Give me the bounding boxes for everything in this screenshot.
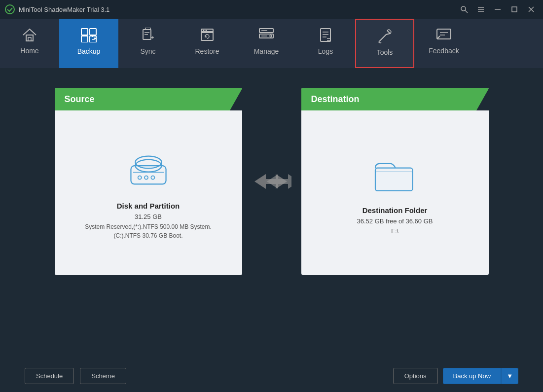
svg-point-27 xyxy=(270,35,272,37)
svg-rect-13 xyxy=(90,29,96,35)
svg-rect-12 xyxy=(81,29,88,35)
bottom-bar: Schedule Scheme Options Back up Now ▼ xyxy=(0,360,543,392)
backup-cards-row: Source xyxy=(25,88,518,275)
minimize-button[interactable] xyxy=(491,3,505,15)
source-icon-area: Disk and Partition 31.25 GB System Reser… xyxy=(55,125,242,260)
restore-icon xyxy=(199,28,215,44)
source-card[interactable]: Source xyxy=(55,88,242,275)
main-content: Source xyxy=(0,68,543,360)
svg-point-41 xyxy=(145,176,148,179)
bottom-right-buttons: Options Back up Now ▼ xyxy=(393,368,518,384)
folder-icon xyxy=(370,155,420,196)
destination-card[interactable]: Destination Destination Folder 36.52 GB … xyxy=(301,88,489,275)
search-button[interactable] xyxy=(457,3,471,15)
nav-item-home[interactable]: Home xyxy=(0,19,59,68)
options-button[interactable]: Options xyxy=(393,368,438,384)
svg-rect-11 xyxy=(28,37,31,41)
backup-now-dropdown[interactable]: ▼ xyxy=(501,368,518,384)
svg-point-21 xyxy=(203,30,205,32)
source-size: 31.25 GB xyxy=(135,213,162,220)
app-title: MiniTool ShadowMaker Trial 3.1 xyxy=(19,6,109,13)
nav-item-backup[interactable]: Backup xyxy=(59,19,118,68)
svg-point-1 xyxy=(461,6,466,11)
bottom-left-buttons: Schedule Scheme xyxy=(25,368,126,384)
title-bar-controls xyxy=(457,3,538,15)
svg-point-38 xyxy=(135,156,161,169)
source-title: Disk and Partition xyxy=(117,202,180,210)
destination-path: E:\ xyxy=(391,227,398,236)
destination-header: Destination xyxy=(301,88,489,110)
title-bar-left: MiniTool ShadowMaker Trial 3.1 xyxy=(5,4,109,14)
nav-label-logs: Logs xyxy=(318,47,333,55)
nav-label-tools: Tools xyxy=(377,48,393,56)
svg-line-2 xyxy=(465,10,468,13)
menu-button[interactable] xyxy=(474,3,488,15)
dropdown-arrow-icon: ▼ xyxy=(507,372,513,380)
svg-rect-10 xyxy=(26,35,33,41)
backup-icon xyxy=(80,28,97,44)
schedule-button[interactable]: Schedule xyxy=(25,368,74,384)
destination-icon-area: Destination Folder 36.52 GB free of 36.6… xyxy=(301,125,489,260)
feedback-icon xyxy=(436,28,452,44)
disk-icon xyxy=(124,150,173,192)
svg-point-40 xyxy=(138,176,141,179)
home-icon xyxy=(22,28,37,44)
source-header-label: Source xyxy=(65,94,95,105)
svg-point-0 xyxy=(5,5,14,14)
nav-item-sync[interactable]: Sync xyxy=(118,19,178,68)
arrow-area xyxy=(242,169,301,194)
svg-rect-45 xyxy=(375,172,413,191)
nav-item-tools[interactable]: Tools xyxy=(355,19,414,68)
app-logo-icon xyxy=(5,4,15,14)
svg-rect-7 xyxy=(512,7,517,12)
svg-rect-14 xyxy=(81,36,88,42)
navigation-bar: Home Backup Sync xyxy=(0,19,543,68)
close-button[interactable] xyxy=(524,3,538,15)
nav-label-backup: Backup xyxy=(77,47,101,55)
svg-point-42 xyxy=(151,176,154,179)
tools-icon xyxy=(377,29,392,45)
svg-point-22 xyxy=(206,30,207,32)
logs-icon xyxy=(319,28,332,44)
source-header: Source xyxy=(55,88,242,110)
sync-icon xyxy=(141,28,155,44)
backup-now-button[interactable]: Back up Now xyxy=(443,368,502,384)
nav-label-manage: Manage xyxy=(254,47,279,55)
maximize-button[interactable] xyxy=(507,3,521,15)
title-bar: MiniTool ShadowMaker Trial 3.1 xyxy=(0,0,543,19)
manage-icon xyxy=(258,28,274,44)
svg-rect-28 xyxy=(321,29,330,41)
nav-item-feedback[interactable]: Feedback xyxy=(414,19,473,68)
nav-label-restore: Restore xyxy=(195,47,219,55)
nav-label-sync: Sync xyxy=(140,47,155,55)
destination-header-label: Destination xyxy=(311,94,360,105)
nav-label-home: Home xyxy=(20,47,38,55)
backup-now-group: Back up Now ▼ xyxy=(443,368,518,384)
nav-item-manage[interactable]: Manage xyxy=(237,19,296,68)
destination-title: Destination Folder xyxy=(362,206,428,214)
source-desc: System Reserved,(*:).NTFS 500.00 MB Syst… xyxy=(74,222,222,240)
nav-item-restore[interactable]: Restore xyxy=(178,19,237,68)
scheme-button[interactable]: Scheme xyxy=(80,368,126,384)
destination-free-space: 36.52 GB free of 36.60 GB xyxy=(357,217,433,225)
nav-label-feedback: Feedback xyxy=(429,47,459,55)
nav-item-logs[interactable]: Logs xyxy=(296,19,355,68)
